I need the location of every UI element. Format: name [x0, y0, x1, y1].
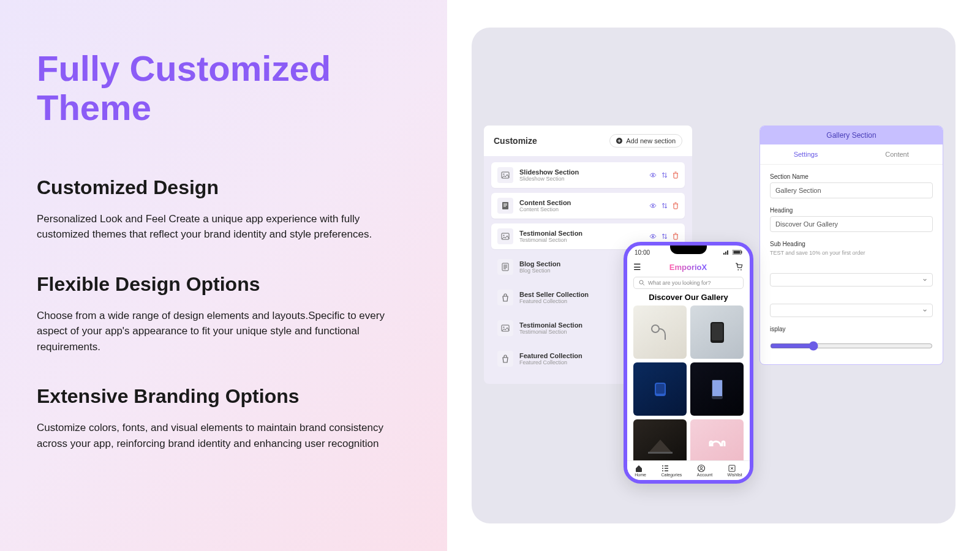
chevron-down-icon — [922, 308, 927, 313]
nav-categories[interactable]: Categories — [661, 464, 682, 477]
sub-heading-label: Sub Heading — [770, 241, 933, 247]
section-actions — [649, 233, 679, 240]
svg-rect-9 — [502, 263, 508, 271]
sort-icon[interactable] — [662, 202, 668, 209]
svg-point-20 — [639, 280, 643, 284]
chevron-down-icon — [922, 277, 927, 282]
delete-icon[interactable] — [673, 233, 679, 240]
customize-header: Customize Add new section — [484, 126, 692, 156]
display-slider[interactable] — [770, 341, 933, 351]
svg-point-7 — [503, 235, 505, 236]
display-label: isplay — [770, 326, 933, 332]
search-input[interactable]: What are you looking for? — [633, 277, 744, 289]
heading-label: Heading — [770, 207, 933, 214]
status-time: 10:00 — [635, 249, 650, 256]
menu-icon[interactable]: ☰ — [633, 262, 641, 272]
search-placeholder: What are you looking for? — [648, 280, 711, 286]
svg-rect-17 — [741, 251, 742, 253]
nav-label: Home — [635, 473, 646, 477]
svg-point-11 — [503, 327, 505, 328]
section-subtitle: Content Section — [519, 206, 643, 212]
app-header: ☰ EmporioX — [627, 260, 750, 274]
svg-point-5 — [652, 205, 654, 207]
section-subtitle: Slideshow Section — [519, 176, 643, 182]
section-text: Slideshow Section Slideshow Section — [519, 168, 643, 182]
feature-heading: Flexible Design Options — [37, 273, 410, 296]
dropdown-2[interactable] — [770, 304, 933, 317]
search-icon — [639, 280, 645, 286]
section-type-icon — [497, 320, 513, 336]
dropdown-1[interactable] — [770, 273, 933, 287]
feature-body: Customize colors, fonts, and visual elem… — [37, 420, 398, 451]
plus-icon — [616, 138, 622, 144]
section-actions — [649, 171, 679, 179]
nav-wishlist[interactable]: Wishlist — [728, 464, 742, 477]
gallery-tile[interactable] — [690, 362, 744, 416]
section-type-icon — [497, 290, 513, 305]
visibility-icon[interactable] — [649, 171, 657, 179]
svg-point-3 — [652, 174, 654, 176]
tab-settings[interactable]: Settings — [760, 144, 851, 164]
preview-panel: Customize Add new section Slideshow Sect… — [447, 0, 980, 551]
tab-content[interactable]: Content — [851, 144, 943, 164]
preview-canvas: Customize Add new section Slideshow Sect… — [472, 28, 956, 523]
heart-icon — [728, 464, 742, 473]
svg-rect-26 — [712, 380, 722, 396]
heading-input[interactable] — [770, 216, 933, 232]
feature-heading: Customized Design — [37, 176, 410, 199]
nav-account[interactable]: Account — [697, 464, 712, 477]
section-title: Content Section — [519, 199, 643, 206]
status-icons — [723, 249, 742, 256]
section-type-icon — [497, 198, 513, 214]
gallery-grid — [627, 305, 750, 473]
app-brand: EmporioX — [669, 263, 707, 272]
visibility-icon[interactable] — [649, 233, 657, 240]
phone-notch — [670, 244, 707, 254]
gallery-tile[interactable] — [690, 305, 744, 359]
svg-rect-12 — [723, 253, 725, 255]
nav-label: Account — [697, 473, 712, 477]
bottom-nav: HomeCategoriesAccountWishlist — [627, 460, 750, 480]
section-text: Testimonial Section Testimonial Section — [519, 230, 643, 243]
svg-rect-16 — [734, 251, 741, 254]
battery-icon — [733, 250, 742, 255]
hero-title: Fully Customized Theme — [37, 49, 410, 127]
svg-point-2 — [503, 174, 505, 175]
sort-icon[interactable] — [662, 171, 668, 179]
sort-icon[interactable] — [662, 233, 668, 240]
home-icon — [635, 464, 646, 473]
marketing-panel: Fully Customized Theme Customized Design… — [0, 0, 447, 551]
nav-home[interactable]: Home — [635, 464, 646, 477]
delete-icon[interactable] — [673, 171, 679, 179]
svg-point-19 — [741, 269, 742, 271]
svg-point-29 — [700, 467, 703, 469]
svg-point-8 — [652, 236, 654, 238]
section-actions — [649, 202, 679, 209]
section-row[interactable]: Slideshow Section Slideshow Section — [491, 162, 685, 188]
section-name-label: Section Name — [770, 173, 933, 180]
settings-tabs: Settings Content — [760, 144, 943, 165]
section-row[interactable]: Content Section Content Section — [491, 193, 685, 219]
svg-rect-13 — [725, 252, 726, 255]
section-type-icon — [497, 259, 513, 275]
nav-label: Wishlist — [728, 473, 742, 477]
svg-rect-14 — [727, 250, 728, 255]
delete-icon[interactable] — [673, 202, 679, 209]
section-title: Slideshow Section — [519, 168, 643, 176]
svg-rect-24 — [656, 384, 665, 394]
add-section-label: Add new section — [626, 137, 676, 144]
gallery-tile[interactable] — [633, 305, 687, 359]
add-section-button[interactable]: Add new section — [609, 134, 682, 148]
signal-icon — [723, 250, 731, 255]
gallery-tile[interactable] — [633, 362, 687, 416]
section-name-input[interactable] — [770, 182, 933, 198]
svg-rect-4 — [502, 202, 508, 209]
gallery-title: Discover Our Gallery — [627, 293, 750, 302]
feature-heading: Extensive Branding Options — [37, 385, 410, 408]
section-text: Content Section Content Section — [519, 199, 643, 212]
visibility-icon[interactable] — [649, 202, 657, 209]
phone-mockup: 10:00 ☰ EmporioX What are you looking fo… — [624, 242, 753, 484]
sub-heading-hint: TEST and save 10% on your first order — [770, 250, 933, 256]
svg-rect-22 — [712, 323, 723, 340]
cart-icon[interactable] — [735, 263, 744, 271]
